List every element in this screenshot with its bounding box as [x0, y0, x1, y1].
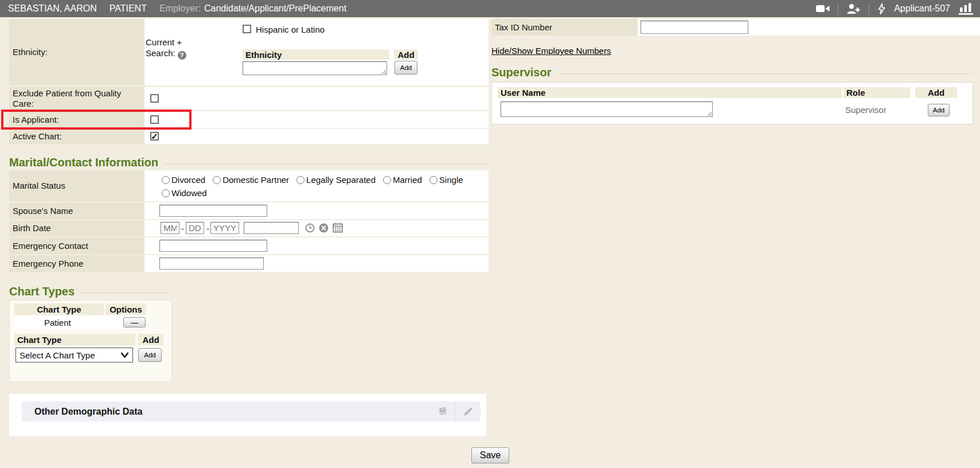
radio-married[interactable] [383, 176, 391, 184]
emergency-contact-row: Emergency Contact [9, 237, 489, 254]
is-applicant-checkbox[interactable] [150, 115, 159, 124]
active-chart-label-cell: Active Chart: [9, 129, 145, 144]
radio-divorced[interactable] [162, 176, 170, 184]
emergency-phone-label-cell: Emergency Phone [9, 255, 145, 272]
hide-show-employee-numbers-link[interactable]: Hide/Show Employee Numbers [491, 46, 611, 56]
supervisor-role-value: Supervisor [845, 105, 887, 115]
radio-option: Widowed [162, 188, 207, 198]
user-name-column-header: User Name [498, 87, 842, 98]
radio-widowed[interactable] [162, 189, 170, 197]
emergency-phone-row: Emergency Phone [9, 255, 489, 272]
chart-type-value: Patient [44, 318, 71, 327]
employer-info: Employer: Candidate/Applicant/PrePlaceme… [159, 3, 346, 14]
marital-status-label-cell: Marital Status [9, 170, 145, 201]
tax-id-label: Tax ID Number [495, 22, 552, 33]
supervisor-add-button[interactable]: Add [928, 104, 950, 116]
emergency-contact-input[interactable] [159, 240, 267, 252]
spouse-name-input[interactable] [159, 205, 267, 217]
radio-option: Legally Separated [296, 175, 376, 185]
add-column-header: Add [138, 334, 163, 345]
chart-type-select[interactable]: Select A Chart Type [15, 348, 133, 362]
is-applicant-label-cell: Is Applicant: [9, 111, 145, 128]
date-separator: - [206, 224, 209, 233]
hispanic-label: Hispanic or Latino [256, 25, 325, 34]
radio-option: Divorced [162, 175, 205, 185]
emergency-phone-label: Emergency Phone [13, 259, 83, 269]
applicant-badge: Applicant-507 [894, 3, 950, 14]
radio-domestic-partner[interactable] [213, 176, 221, 184]
role-column-header: Role [844, 87, 911, 98]
supervisor-user-name-input[interactable] [501, 102, 713, 117]
employer-label: Employer: [159, 3, 201, 14]
calendar-icon[interactable] [333, 223, 343, 233]
section-rule [80, 292, 172, 293]
active-chart-label: Active Chart: [13, 131, 62, 142]
birth-month-input[interactable] [161, 222, 179, 234]
top-bar: SEBASTIAN, AARON PATIENT Employer: Candi… [0, 0, 980, 17]
current-search-label: Current + Search:? [146, 37, 186, 60]
ethnicity-add-header: Add [394, 49, 418, 60]
emergency-phone-input[interactable] [159, 258, 264, 270]
video-camera-icon[interactable] [816, 4, 830, 13]
bar-chart-icon[interactable] [958, 2, 974, 15]
supervisor-title: Supervisor [491, 66, 551, 79]
spouse-name-label-cell: Spouse's Name [9, 202, 145, 219]
radio-option: Single [430, 175, 463, 185]
clear-icon[interactable] [319, 223, 329, 233]
other-demographics-bar: Other Demographic Data [22, 401, 481, 422]
radio-single[interactable] [430, 176, 438, 184]
add-chart-type-column-header: Chart Type [14, 334, 135, 345]
divider [838, 3, 838, 14]
person-add-icon[interactable] [846, 3, 861, 14]
hispanic-checkbox[interactable] [243, 25, 251, 33]
spouse-name-row: Spouse's Name [9, 202, 489, 219]
save-button[interactable]: Save [471, 447, 509, 463]
other-demographics-panel: Other Demographic Data [9, 394, 486, 436]
lightning-icon[interactable] [877, 3, 886, 15]
chart-type-select-value: Select A Chart Type [19, 350, 95, 360]
chart-type-column-header: Chart Type [14, 303, 104, 315]
chart-type-add-button[interactable]: Add [138, 348, 162, 362]
is-applicant-row: Is Applicant: [9, 111, 489, 128]
tax-id-label-cell: Tax ID Number [491, 19, 638, 36]
ethnicity-input[interactable] [243, 61, 387, 75]
active-chart-row: Active Chart: [9, 129, 489, 144]
radio-option: Domestic Partner [213, 175, 289, 185]
emergency-contact-label: Emergency Contact [13, 241, 88, 251]
supervisor-panel: User Name Role Add Supervisor Add [491, 82, 973, 124]
tax-id-row: Tax ID Number [491, 19, 980, 36]
tax-id-input[interactable] [641, 21, 748, 34]
marital-options-line1: Divorced Domestic Partner Legally Separa… [162, 175, 463, 185]
radio-option: Married [383, 175, 422, 185]
birth-year-input[interactable] [210, 222, 239, 234]
exclude-quality-care-row: Exclude Patient from Quality Care: [9, 87, 489, 110]
marital-options-line2: Widowed [162, 188, 207, 198]
active-chart-checkbox[interactable] [150, 132, 159, 141]
emergency-contact-label-cell: Emergency Contact [9, 237, 145, 254]
radio-legally-separated[interactable] [296, 176, 304, 184]
clock-icon[interactable] [305, 223, 315, 233]
ethnicity-row: Ethnicity: Current + Search:? Hispanic o… [9, 19, 489, 85]
marital-status-label: Marital Status [13, 181, 65, 191]
date-separator: - [181, 224, 184, 233]
exclude-checkbox[interactable] [150, 94, 159, 103]
marital-status-row: Marital Status Divorced Domestic Partner… [9, 170, 489, 201]
chart-types-heading: Chart Types [9, 285, 172, 298]
section-label-patient: PATIENT [110, 3, 147, 14]
chart-type-options-button[interactable]: — [123, 317, 146, 327]
pencil-icon[interactable] [455, 407, 481, 416]
patient-demographics-page: SEBASTIAN, AARON PATIENT Employer: Candi… [0, 0, 980, 468]
book-icon[interactable] [430, 407, 455, 417]
birth-date-display-input[interactable] [244, 222, 299, 234]
add-column-header: Add [915, 87, 957, 98]
patient-name: SEBASTIAN, AARON [8, 3, 97, 14]
birth-day-input[interactable] [186, 222, 204, 234]
ethnicity-label: Ethnicity: [13, 47, 48, 57]
chevron-down-icon [120, 352, 129, 358]
exclude-label: Exclude Patient from Quality Care: [13, 88, 140, 109]
birth-date-label-cell: Birth Date [9, 220, 145, 236]
chart-types-title: Chart Types [9, 285, 75, 298]
ethnicity-add-button[interactable]: Add [395, 61, 417, 75]
help-icon[interactable]: ? [178, 51, 186, 60]
section-rule [557, 73, 973, 74]
